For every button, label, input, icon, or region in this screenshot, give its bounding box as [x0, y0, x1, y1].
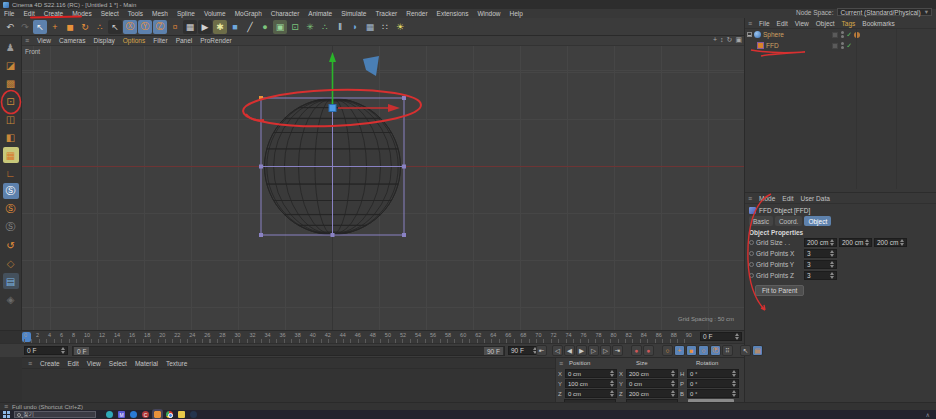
polygons-mode-icon[interactable]: ◧ — [3, 129, 19, 145]
spinner[interactable] — [60, 347, 65, 354]
solo-button[interactable]: ↖ — [740, 345, 751, 356]
attribute-menu-icon[interactable]: ≡ — [748, 195, 752, 202]
tab-basic[interactable]: Basic — [749, 216, 773, 226]
material-menu-item[interactable]: View — [87, 360, 101, 367]
modeling-settings-icon[interactable]: ◈ — [3, 291, 19, 307]
scale-tool-icon[interactable]: ◼ — [63, 20, 77, 34]
ffd-cage[interactable] — [261, 98, 404, 235]
mesh-check-icon[interactable]: ◇ — [3, 255, 19, 271]
object-manager-menu-item[interactable]: Bookmarks — [862, 20, 895, 27]
phong-tag-icon[interactable] — [854, 32, 860, 38]
rotate-tool-icon[interactable]: ↻ — [78, 20, 92, 34]
coordinates-menu-icon[interactable]: ≡ — [559, 360, 563, 367]
keyframe-selection-button[interactable]: ○ — [662, 345, 673, 356]
generators-icon[interactable]: ● — [258, 20, 272, 34]
material-menu-item[interactable]: Edit — [68, 360, 79, 367]
range-start-handle[interactable]: 0 F — [74, 347, 89, 355]
viewport-menu-item[interactable]: Display — [93, 37, 114, 44]
snap-off-icon[interactable]: Ⓢ — [3, 219, 19, 235]
move-tool-icon[interactable]: + — [48, 20, 62, 34]
grid-size-z-field[interactable]: 200 cm — [874, 238, 907, 247]
fit-to-parent-button[interactable]: Fit to Parent — [755, 285, 804, 296]
viewport-canvas[interactable]: Front Grid Spacing : 50 cm — [22, 46, 744, 330]
menu-item[interactable]: Volume — [204, 10, 226, 17]
spinner[interactable] — [829, 261, 834, 268]
position-z-field[interactable]: 0 cm — [565, 389, 617, 398]
material-menu-item[interactable]: Select — [109, 360, 127, 367]
object-manager-menu-item[interactable]: Tags — [842, 20, 856, 27]
make-editable-icon[interactable]: ♟ — [3, 39, 19, 55]
y-axis-lock-icon[interactable]: Ⓨ — [138, 20, 152, 34]
viewport-menu-item[interactable]: Cameras — [59, 37, 85, 44]
snap-icon[interactable]: Ⓢ — [3, 183, 19, 199]
menu-item[interactable]: Animate — [308, 10, 332, 17]
redo-icon[interactable]: ↷ — [18, 20, 32, 34]
next-frame-button[interactable]: ▷ — [588, 345, 599, 356]
symmetry-icon[interactable]: ‖ — [333, 20, 347, 34]
spinner[interactable] — [864, 239, 869, 246]
layers-icon[interactable]: ▤ — [3, 273, 19, 289]
viewport-menu-item[interactable]: View — [37, 37, 51, 44]
object-manager-menu-item[interactable]: Edit — [777, 20, 788, 27]
spinner[interactable] — [829, 250, 834, 257]
keyframe-dot-icon[interactable] — [749, 262, 754, 267]
render-bars-button[interactable]: ▤ — [752, 345, 763, 356]
menu-item[interactable]: Tools — [128, 10, 143, 17]
render-queue-icon[interactable]: ▶ — [198, 20, 212, 34]
menu-item[interactable]: Render — [406, 10, 427, 17]
enabled-check-icon[interactable]: ✓ — [846, 42, 852, 50]
timeline-end-field[interactable]: 0 F — [700, 332, 742, 341]
prev-frame-button[interactable]: ◀ — [564, 345, 575, 356]
selected-handle[interactable] — [329, 105, 336, 112]
undo-icon[interactable]: ↶ — [3, 20, 17, 34]
scale-dots-icon[interactable]: ∴ — [93, 20, 107, 34]
attribute-menu-item[interactable]: Mode — [759, 195, 775, 202]
layer-chip[interactable] — [832, 32, 838, 38]
zoom-view-icon[interactable]: ↕ — [720, 36, 724, 44]
rotation-h-field[interactable]: 0 ° — [687, 369, 739, 378]
menu-item[interactable]: File — [4, 10, 14, 17]
status-menu-icon[interactable]: ≡ — [4, 403, 8, 410]
taskbar-app-cinema4d-icon[interactable] — [154, 411, 161, 418]
current-frame-field[interactable]: 0 F — [24, 346, 68, 355]
object-manager-menu-icon[interactable]: ≡ — [748, 20, 752, 27]
keyframe-dot-icon[interactable] — [749, 273, 754, 278]
record-keyframe-button[interactable]: ● — [631, 345, 642, 356]
model-mode-icon[interactable]: ◪ — [3, 57, 19, 73]
prev-key-button[interactable]: ◁ — [552, 345, 563, 356]
camera-icon[interactable]: ◗ — [348, 20, 362, 34]
points-mode-icon[interactable]: ⊡ — [3, 93, 19, 109]
object-manager-menu-item[interactable]: File — [759, 20, 769, 27]
tab-coord[interactable]: Coord. — [775, 216, 803, 226]
visibility-dots-icon[interactable] — [840, 42, 844, 50]
rotation-p-field[interactable]: 0 ° — [687, 379, 739, 388]
primitive-cube-icon[interactable]: ■ — [228, 20, 242, 34]
grid-size-y-field[interactable]: 200 cm — [839, 238, 872, 247]
clones-icon[interactable]: ∴ — [318, 20, 332, 34]
mograph-icon[interactable]: ✳ — [303, 20, 317, 34]
node-space-select[interactable]: Current (Standard/Physical)▾ — [837, 8, 932, 16]
enabled-check-icon[interactable]: ✓ — [846, 31, 852, 39]
key-parameter-button[interactable]: Ⓟ — [710, 345, 721, 356]
toggle-view-icon[interactable]: ▣ — [735, 36, 742, 44]
position-y-field[interactable]: 100 cm — [565, 379, 617, 388]
menu-item[interactable]: Character — [271, 10, 300, 17]
rotate-view-icon[interactable]: ↻ — [727, 36, 733, 44]
viewport-menu-item[interactable]: Panel — [176, 37, 193, 44]
keyframe-dot-icon[interactable] — [749, 251, 754, 256]
menu-item[interactable]: Tracker — [375, 10, 397, 17]
viewport-menu-icon[interactable]: ≡ — [25, 37, 29, 44]
pan-view-icon[interactable]: + — [713, 36, 717, 44]
taskbar-app-dark-icon[interactable] — [190, 411, 197, 418]
taskbar-app-c-icon[interactable]: C — [142, 411, 149, 418]
render-settings-icon[interactable]: ✱ — [213, 20, 227, 34]
timeline-ruler[interactable]: 0246810121416182022242628303234363840424… — [0, 330, 744, 343]
key-rotation-button[interactable]: ○ — [698, 345, 709, 356]
object-manager-menu-item[interactable]: Object — [816, 20, 835, 27]
position-x-field[interactable]: 0 cm — [565, 369, 617, 378]
taskbar-app-chrome-icon[interactable] — [166, 411, 173, 418]
menu-item[interactable]: MoGraph — [235, 10, 262, 17]
x-axis-lock-icon[interactable]: Ⓧ — [123, 20, 137, 34]
menu-item[interactable]: Spline — [177, 10, 195, 17]
taskbar-search-input[interactable]: 찾기 — [14, 411, 96, 418]
